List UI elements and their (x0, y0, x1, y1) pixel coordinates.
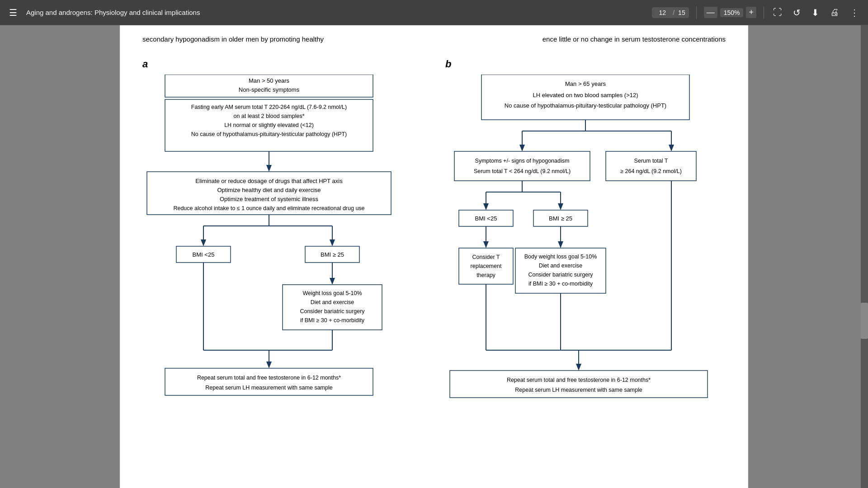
zoom-increase-button[interactable]: + (746, 7, 756, 18)
svg-text:if BMI ≥ 30 + co-morbidity: if BMI ≥ 30 + co-morbidity (528, 281, 593, 287)
toolbar-divider-2 (764, 6, 764, 19)
svg-text:BMI <25: BMI <25 (475, 215, 497, 222)
zoom-decrease-button[interactable]: — (704, 7, 717, 18)
scrollbar-track (861, 25, 868, 488)
page-content: secondary hypogonadism in older men by p… (120, 25, 748, 488)
diagram-b: b Man > 65 years LH elevated on two bloo… (445, 58, 726, 400)
svg-text:on at least 2 blood samples*: on at least 2 blood samples* (233, 113, 304, 119)
svg-text:Eliminate or reduce dosage of : Eliminate or reduce dosage of drugs that… (195, 178, 343, 184)
svg-text:Repeat serum total and free te: Repeat serum total and free testosterone… (507, 377, 651, 383)
toolbar: ☰ Aging and androgens: Physiology and cl… (0, 0, 868, 25)
svg-text:No cause of hypothalamus-pitui: No cause of hypothalamus-pituitary-testi… (191, 131, 347, 137)
svg-text:Repeat serum LH measurement wi: Repeat serum LH measurement with same sa… (515, 387, 642, 393)
document-page: secondary hypogonadism in older men by p… (120, 25, 748, 488)
svg-rect-54 (454, 151, 590, 181)
diagram-a: a Man > 50 years Non-specific symptoms F… (142, 58, 418, 400)
svg-text:Optimize treatment of systemic: Optimize treatment of systemic illness (220, 196, 319, 202)
svg-text:Diet and exercise: Diet and exercise (539, 263, 583, 269)
svg-text:Non-specific symptoms: Non-specific symptoms (239, 86, 300, 93)
diagram-a-label: a (142, 58, 418, 70)
svg-text:BMI ≥ 25: BMI ≥ 25 (321, 251, 344, 258)
svg-marker-21 (330, 239, 335, 246)
svg-marker-9 (266, 165, 272, 172)
svg-text:Consider T: Consider T (472, 254, 500, 260)
rotate-icon[interactable]: ↺ (791, 5, 802, 20)
svg-rect-57 (606, 151, 696, 181)
svg-text:Serum total T: Serum total T (634, 158, 668, 164)
svg-text:Consider bariatric surgery: Consider bariatric surgery (300, 308, 365, 314)
diagram-b-svg: Man > 65 years LH elevated on two blood … (445, 75, 726, 400)
diagrams-container: a Man > 50 years Non-specific symptoms F… (142, 58, 726, 400)
download-icon[interactable]: ⬇ (810, 5, 821, 20)
menu-icon[interactable]: ☰ (7, 5, 19, 20)
zoom-controls: — 150% + (704, 7, 756, 18)
svg-text:Man > 50 years: Man > 50 years (249, 77, 289, 84)
svg-marker-18 (201, 239, 206, 246)
page-separator: / (673, 9, 675, 16)
svg-text:Serum total T < 264 ng/dL (9.2: Serum total T < 264 ng/dL (9.2 nmol/L) (474, 168, 571, 174)
top-text-area: secondary hypogonadism in older men by p… (142, 34, 726, 45)
svg-text:LH normal or slightly elevated: LH normal or slightly elevated (<12) (224, 122, 314, 128)
scrollbar-thumb[interactable] (861, 303, 868, 339)
svg-marker-89 (576, 364, 581, 371)
main-content: secondary hypogonadism in older men by p… (0, 25, 868, 488)
svg-text:Reduce alcohol intake to ≤ 1 o: Reduce alcohol intake to ≤ 1 ounce daily… (173, 205, 364, 211)
svg-marker-66 (558, 203, 563, 210)
svg-text:therapy: therapy (476, 272, 495, 278)
svg-text:LH elevated on two blood sampl: LH elevated on two blood samples (>12) (533, 92, 638, 99)
document-title: Aging and androgens: Physiology and clin… (26, 9, 645, 16)
svg-marker-53 (669, 145, 674, 151)
svg-text:Weight loss goal 5-10%: Weight loss goal 5-10% (302, 290, 362, 296)
svg-rect-40 (165, 368, 373, 395)
svg-text:Man > 65 years: Man > 65 years (565, 80, 606, 87)
svg-text:BMI ≥ 25: BMI ≥ 25 (549, 215, 572, 222)
svg-text:if BMI ≥ 30 + co-morbidity: if BMI ≥ 30 + co-morbidity (300, 317, 365, 324)
svg-text:No cause of hypothalamus-pitui: No cause of hypothalamus-pituitary-testi… (505, 102, 666, 109)
svg-text:Repeat serum LH measurement wi: Repeat serum LH measurement with same sa… (205, 385, 332, 391)
svg-text:Repeat serum total and free te: Repeat serum total and free testosterone… (197, 375, 341, 381)
top-text-right: ence little or no change in serum testos… (542, 34, 726, 45)
svg-text:BMI <25: BMI <25 (193, 251, 215, 258)
toolbar-divider-1 (696, 6, 697, 19)
svg-text:Consider bariatric surgery: Consider bariatric surgery (528, 272, 593, 278)
svg-marker-72 (483, 241, 489, 248)
svg-marker-50 (519, 145, 525, 151)
svg-marker-39 (266, 361, 272, 368)
svg-text:Diet and exercise: Diet and exercise (311, 299, 354, 305)
svg-marker-63 (483, 203, 489, 210)
svg-text:≥ 264 ng/dL (9.2 nmol/L): ≥ 264 ng/dL (9.2 nmol/L) (620, 168, 682, 174)
toolbar-right-icons: ⬇ 🖨 ⋮ (810, 5, 861, 20)
page-total: 15 (678, 9, 685, 16)
svg-marker-28 (330, 278, 335, 285)
page-navigation: / 15 (652, 7, 689, 18)
svg-text:Fasting early AM serum total T: Fasting early AM serum total T 220-264 n… (191, 104, 347, 110)
svg-text:replacement: replacement (471, 263, 502, 269)
diagram-b-label: b (445, 58, 726, 70)
svg-marker-78 (558, 241, 563, 248)
print-icon[interactable]: 🖨 (828, 5, 841, 19)
page-current-input[interactable] (656, 9, 669, 16)
svg-text:Body weight loss goal 5-10%: Body weight loss goal 5-10% (524, 253, 597, 260)
diagram-a-svg: Man > 50 years Non-specific symptoms Fas… (142, 75, 396, 400)
fit-page-icon[interactable]: ⛶ (771, 5, 784, 19)
svg-rect-90 (450, 371, 708, 398)
top-text-left: secondary hypogonadism in older men by p… (142, 34, 324, 45)
svg-text:Symptoms +/- signs of hypogona: Symptoms +/- signs of hypogonadism (475, 158, 570, 164)
svg-text:Optimize healthy diet and dail: Optimize healthy diet and daily exercise (217, 187, 321, 193)
zoom-value: 150% (720, 8, 744, 17)
more-options-icon[interactable]: ⋮ (848, 5, 861, 20)
